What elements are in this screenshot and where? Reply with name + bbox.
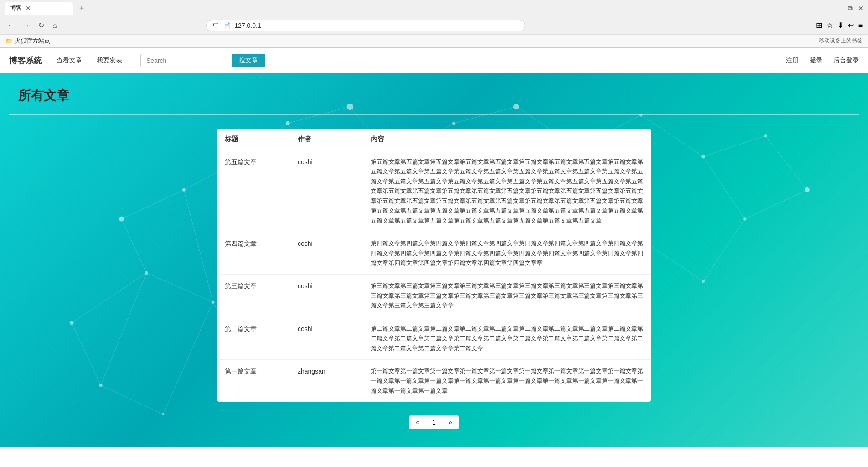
row-3-title: 第二篇文章 <box>225 324 298 353</box>
article-table: 标题 作者 内容 第五篇文章 ceshi 第五篇文章第五篇文章第五篇文章第五篇文… <box>217 129 651 402</box>
pagination-prev[interactable]: « <box>409 415 426 429</box>
refresh-button[interactable]: ↻ <box>36 20 46 31</box>
row-0-content: 第五篇文章第五篇文章第五篇文章第五篇文章第五篇文章第五篇文章第五篇文章第五篇文章… <box>371 157 643 225</box>
pagination-current: 1 <box>426 415 442 429</box>
content-area: 标题 作者 内容 第五篇文章 ceshi 第五篇文章第五篇文章第五篇文章第五篇文… <box>0 124 868 447</box>
home-button[interactable]: ⌂ <box>51 21 59 31</box>
row-4-content: 第一篇文章第一篇文章第一篇文章第一篇文章第一篇文章第一篇文章第一篇文章第一篇文章… <box>371 366 643 395</box>
col-header-title: 标题 <box>225 135 298 144</box>
browser-tab: 博客 ✕ <box>5 2 73 15</box>
search-input[interactable] <box>140 54 232 67</box>
col-header-author: 作者 <box>298 135 371 144</box>
browser-chrome: 博客 ✕ + — ⧉ ✕ ← → ↻ ⌂ 🛡 📄 127.0.0.1 ⊞ ☆ ⬇… <box>0 0 868 48</box>
col-header-content: 内容 <box>371 135 643 144</box>
table-header: 标题 作者 内容 <box>217 129 651 150</box>
nav-link-publish[interactable]: 我要发表 <box>97 57 122 65</box>
app-nav: 博客系统 查看文章 我要发表 搜文章 注册 登录 后台登录 <box>0 48 868 73</box>
address-bar[interactable]: 🛡 📄 127.0.0.1 <box>206 20 525 31</box>
browser-titlebar: 博客 ✕ + — ⧉ ✕ <box>0 0 868 16</box>
download-icon[interactable]: ⬇ <box>837 21 843 30</box>
row-3-content: 第二篇文章第二篇文章第二篇文章第二篇文章第二篇文章第二篇文章第二篇文章第二篇文章… <box>371 324 643 353</box>
restore-button[interactable]: ⧉ <box>848 5 852 12</box>
table-row[interactable]: 第三篇文章 ceshi 第三篇文章第三篇文章第三篇文章第三篇文章第三篇文章第三篇… <box>217 275 651 317</box>
menu-icon[interactable]: ≡ <box>858 21 863 30</box>
browser-toolbar-right: ⊞ ☆ ⬇ ↩ ≡ <box>816 21 863 30</box>
row-0-title: 第五篇文章 <box>225 157 298 225</box>
window-controls: — ⧉ ✕ <box>836 5 863 12</box>
row-1-content: 第四篇文章第四篇文章第四篇文章第四篇文章第四篇文章第四篇文章第四篇文章第四篇文章… <box>371 239 643 268</box>
forward-button[interactable]: → <box>21 21 32 31</box>
undo-icon[interactable]: ↩ <box>848 21 854 30</box>
nav-brand[interactable]: 博客系统 <box>9 55 42 66</box>
bookmark-label: 火狐官方站点 <box>15 37 50 45</box>
nav-admin-login[interactable]: 后台登录 <box>833 57 859 65</box>
shield-icon: 🛡 <box>213 22 219 29</box>
search-area: 搜文章 <box>140 54 265 67</box>
minimize-button[interactable]: — <box>836 5 842 12</box>
url-text: 127.0.0.1 <box>234 22 261 29</box>
tab-close-icon[interactable]: ✕ <box>26 5 31 12</box>
nav-right: 注册 登录 后台登录 <box>786 57 859 65</box>
new-tab-button[interactable]: + <box>77 3 87 14</box>
row-2-title: 第三篇文章 <box>225 281 298 310</box>
row-4-title: 第一篇文章 <box>225 366 298 395</box>
nav-register[interactable]: 注册 <box>786 57 799 65</box>
bookmark-star-icon[interactable]: ☆ <box>827 21 833 30</box>
row-2-author: ceshi <box>298 281 371 310</box>
nav-link-view-articles[interactable]: 查看文章 <box>57 57 82 65</box>
page-title: 所有文章 <box>18 87 850 104</box>
browser-addressbar: ← → ↻ ⌂ 🛡 📄 127.0.0.1 ⊞ ☆ ⬇ ↩ ≡ <box>0 16 868 35</box>
hero-section: 所有文章 标题 作者 内容 第五篇文章 ceshi 第五篇文章第五篇文章第五篇文… <box>0 73 868 447</box>
tab-title: 博客 <box>10 4 22 12</box>
search-button[interactable]: 搜文章 <box>232 54 265 67</box>
back-button[interactable]: ← <box>5 21 16 31</box>
mobile-bookmarks: 移动设备上的书签 <box>819 37 863 45</box>
close-button[interactable]: ✕ <box>858 5 863 12</box>
extensions-icon[interactable]: ⊞ <box>816 21 822 30</box>
pagination: « 1 » <box>409 415 459 429</box>
row-3-author: ceshi <box>298 324 371 353</box>
table-row[interactable]: 第一篇文章 zhangsan 第一篇文章第一篇文章第一篇文章第一篇文章第一篇文章… <box>217 360 651 402</box>
row-0-author: ceshi <box>298 157 371 225</box>
table-row[interactable]: 第五篇文章 ceshi 第五篇文章第五篇文章第五篇文章第五篇文章第五篇文章第五篇… <box>217 150 651 232</box>
table-row[interactable]: 第四篇文章 ceshi 第四篇文章第四篇文章第四篇文章第四篇文章第四篇文章第四篇… <box>217 232 651 275</box>
row-1-author: ceshi <box>298 239 371 268</box>
nav-login[interactable]: 登录 <box>810 57 822 65</box>
browser-bookmarks: 📁 火狐官方站点 移动设备上的书签 <box>0 35 868 47</box>
table-row[interactable]: 第二篇文章 ceshi 第二篇文章第二篇文章第二篇文章第二篇文章第二篇文章第二篇… <box>217 317 651 360</box>
folder-icon: 📁 <box>5 37 13 44</box>
pagination-next[interactable]: » <box>442 415 459 429</box>
page-title-area: 所有文章 <box>0 73 868 114</box>
page-icon: 📄 <box>223 22 231 29</box>
bookmark-firefox[interactable]: 📁 火狐官方站点 <box>5 37 50 45</box>
row-2-content: 第三篇文章第三篇文章第三篇文章第三篇文章第三篇文章第三篇文章第三篇文章第三篇文章… <box>371 281 643 310</box>
row-4-author: zhangsan <box>298 366 371 395</box>
row-1-title: 第四篇文章 <box>225 239 298 268</box>
